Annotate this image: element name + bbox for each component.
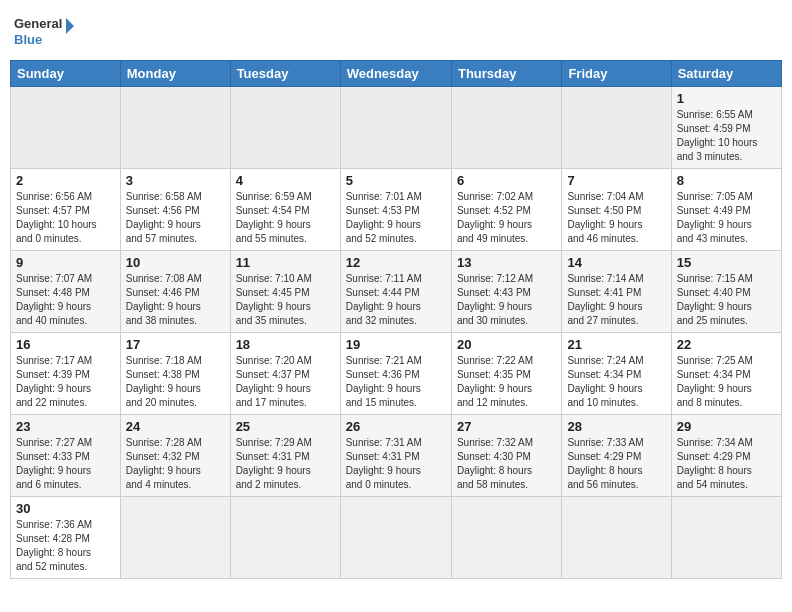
day-info: Sunrise: 7:18 AM Sunset: 4:38 PM Dayligh… [126,354,225,410]
day-info: Sunrise: 7:21 AM Sunset: 4:36 PM Dayligh… [346,354,446,410]
day-info: Sunrise: 7:29 AM Sunset: 4:31 PM Dayligh… [236,436,335,492]
calendar-cell: 4Sunrise: 6:59 AM Sunset: 4:54 PM Daylig… [230,169,340,251]
day-number: 1 [677,91,776,106]
calendar-cell: 27Sunrise: 7:32 AM Sunset: 4:30 PM Dayli… [451,415,561,497]
day-info: Sunrise: 7:32 AM Sunset: 4:30 PM Dayligh… [457,436,556,492]
calendar-cell: 7Sunrise: 7:04 AM Sunset: 4:50 PM Daylig… [562,169,671,251]
day-number: 29 [677,419,776,434]
calendar-cell: 21Sunrise: 7:24 AM Sunset: 4:34 PM Dayli… [562,333,671,415]
day-number: 26 [346,419,446,434]
day-info: Sunrise: 7:33 AM Sunset: 4:29 PM Dayligh… [567,436,665,492]
day-number: 12 [346,255,446,270]
calendar-week-2: 2Sunrise: 6:56 AM Sunset: 4:57 PM Daylig… [11,169,782,251]
calendar-cell: 16Sunrise: 7:17 AM Sunset: 4:39 PM Dayli… [11,333,121,415]
day-info: Sunrise: 7:27 AM Sunset: 4:33 PM Dayligh… [16,436,115,492]
day-info: Sunrise: 7:34 AM Sunset: 4:29 PM Dayligh… [677,436,776,492]
calendar-cell: 20Sunrise: 7:22 AM Sunset: 4:35 PM Dayli… [451,333,561,415]
day-number: 22 [677,337,776,352]
day-info: Sunrise: 7:02 AM Sunset: 4:52 PM Dayligh… [457,190,556,246]
calendar-week-6: 30Sunrise: 7:36 AM Sunset: 4:28 PM Dayli… [11,497,782,579]
day-info: Sunrise: 6:55 AM Sunset: 4:59 PM Dayligh… [677,108,776,164]
day-number: 28 [567,419,665,434]
day-number: 3 [126,173,225,188]
calendar-cell [562,497,671,579]
calendar-week-4: 16Sunrise: 7:17 AM Sunset: 4:39 PM Dayli… [11,333,782,415]
calendar-cell: 30Sunrise: 7:36 AM Sunset: 4:28 PM Dayli… [11,497,121,579]
calendar-cell: 11Sunrise: 7:10 AM Sunset: 4:45 PM Dayli… [230,251,340,333]
calendar-cell: 1Sunrise: 6:55 AM Sunset: 4:59 PM Daylig… [671,87,781,169]
logo: General Blue [14,10,74,54]
day-number: 24 [126,419,225,434]
day-number: 19 [346,337,446,352]
day-number: 27 [457,419,556,434]
calendar-table: SundayMondayTuesdayWednesdayThursdayFrid… [10,60,782,579]
calendar-cell: 3Sunrise: 6:58 AM Sunset: 4:56 PM Daylig… [120,169,230,251]
weekday-header-row: SundayMondayTuesdayWednesdayThursdayFrid… [11,61,782,87]
calendar-cell [340,497,451,579]
weekday-header-friday: Friday [562,61,671,87]
day-number: 11 [236,255,335,270]
day-info: Sunrise: 7:20 AM Sunset: 4:37 PM Dayligh… [236,354,335,410]
day-info: Sunrise: 7:15 AM Sunset: 4:40 PM Dayligh… [677,272,776,328]
calendar-cell: 12Sunrise: 7:11 AM Sunset: 4:44 PM Dayli… [340,251,451,333]
svg-marker-2 [66,18,74,34]
calendar-cell [340,87,451,169]
day-number: 6 [457,173,556,188]
calendar-week-1: 1Sunrise: 6:55 AM Sunset: 4:59 PM Daylig… [11,87,782,169]
day-info: Sunrise: 7:24 AM Sunset: 4:34 PM Dayligh… [567,354,665,410]
day-number: 25 [236,419,335,434]
day-info: Sunrise: 7:25 AM Sunset: 4:34 PM Dayligh… [677,354,776,410]
calendar-cell [120,497,230,579]
calendar-cell: 28Sunrise: 7:33 AM Sunset: 4:29 PM Dayli… [562,415,671,497]
calendar-cell: 17Sunrise: 7:18 AM Sunset: 4:38 PM Dayli… [120,333,230,415]
day-number: 9 [16,255,115,270]
calendar-cell: 6Sunrise: 7:02 AM Sunset: 4:52 PM Daylig… [451,169,561,251]
day-number: 20 [457,337,556,352]
calendar-cell: 26Sunrise: 7:31 AM Sunset: 4:31 PM Dayli… [340,415,451,497]
day-info: Sunrise: 7:10 AM Sunset: 4:45 PM Dayligh… [236,272,335,328]
calendar-cell: 10Sunrise: 7:08 AM Sunset: 4:46 PM Dayli… [120,251,230,333]
calendar-week-5: 23Sunrise: 7:27 AM Sunset: 4:33 PM Dayli… [11,415,782,497]
calendar-cell: 25Sunrise: 7:29 AM Sunset: 4:31 PM Dayli… [230,415,340,497]
day-number: 8 [677,173,776,188]
day-info: Sunrise: 7:28 AM Sunset: 4:32 PM Dayligh… [126,436,225,492]
calendar-cell: 29Sunrise: 7:34 AM Sunset: 4:29 PM Dayli… [671,415,781,497]
day-number: 16 [16,337,115,352]
day-info: Sunrise: 7:36 AM Sunset: 4:28 PM Dayligh… [16,518,115,574]
day-number: 17 [126,337,225,352]
day-info: Sunrise: 7:14 AM Sunset: 4:41 PM Dayligh… [567,272,665,328]
calendar-cell: 23Sunrise: 7:27 AM Sunset: 4:33 PM Dayli… [11,415,121,497]
calendar-week-3: 9Sunrise: 7:07 AM Sunset: 4:48 PM Daylig… [11,251,782,333]
calendar-cell: 2Sunrise: 6:56 AM Sunset: 4:57 PM Daylig… [11,169,121,251]
day-info: Sunrise: 6:58 AM Sunset: 4:56 PM Dayligh… [126,190,225,246]
calendar-cell: 5Sunrise: 7:01 AM Sunset: 4:53 PM Daylig… [340,169,451,251]
day-info: Sunrise: 7:04 AM Sunset: 4:50 PM Dayligh… [567,190,665,246]
calendar-cell: 9Sunrise: 7:07 AM Sunset: 4:48 PM Daylig… [11,251,121,333]
calendar-cell [11,87,121,169]
weekday-header-tuesday: Tuesday [230,61,340,87]
calendar-cell: 19Sunrise: 7:21 AM Sunset: 4:36 PM Dayli… [340,333,451,415]
calendar-cell [671,497,781,579]
svg-text:Blue: Blue [14,32,42,47]
weekday-header-sunday: Sunday [11,61,121,87]
weekday-header-thursday: Thursday [451,61,561,87]
day-number: 21 [567,337,665,352]
calendar-cell: 8Sunrise: 7:05 AM Sunset: 4:49 PM Daylig… [671,169,781,251]
day-number: 10 [126,255,225,270]
day-number: 13 [457,255,556,270]
day-number: 15 [677,255,776,270]
calendar-cell [451,497,561,579]
day-info: Sunrise: 7:12 AM Sunset: 4:43 PM Dayligh… [457,272,556,328]
day-number: 2 [16,173,115,188]
calendar-cell [230,497,340,579]
day-info: Sunrise: 7:01 AM Sunset: 4:53 PM Dayligh… [346,190,446,246]
calendar-cell [230,87,340,169]
calendar-cell [120,87,230,169]
weekday-header-wednesday: Wednesday [340,61,451,87]
calendar-cell [562,87,671,169]
day-info: Sunrise: 7:11 AM Sunset: 4:44 PM Dayligh… [346,272,446,328]
calendar-cell: 13Sunrise: 7:12 AM Sunset: 4:43 PM Dayli… [451,251,561,333]
day-info: Sunrise: 7:08 AM Sunset: 4:46 PM Dayligh… [126,272,225,328]
calendar-cell: 24Sunrise: 7:28 AM Sunset: 4:32 PM Dayli… [120,415,230,497]
day-info: Sunrise: 7:17 AM Sunset: 4:39 PM Dayligh… [16,354,115,410]
